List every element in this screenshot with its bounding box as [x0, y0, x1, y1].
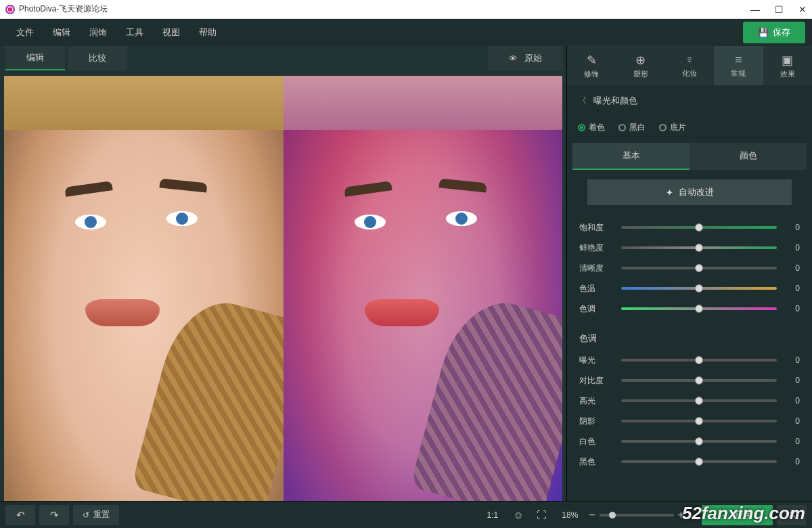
slider-label: 黑色 [579, 456, 614, 468]
tab-sculpt[interactable]: ⊕塑形 [616, 46, 664, 85]
menu-file[interactable]: 文件 [7, 26, 43, 39]
menu-tools[interactable]: 工具 [116, 26, 153, 39]
retouch-icon: ✎ [587, 53, 597, 68]
slider-track[interactable] [621, 287, 777, 290]
menu-edit[interactable]: 编辑 [43, 26, 80, 39]
show-original-button[interactable]: 👁 原始 [488, 46, 562, 70]
breadcrumb-back[interactable]: 〈 曝光和颜色 [567, 85, 812, 116]
save-button[interactable]: 💾 保存 [743, 22, 805, 43]
slider-row: 黑色0 [579, 452, 800, 472]
zoom-1to1-button[interactable]: 1:1 [487, 510, 499, 520]
radio-bw[interactable]: 黑白 [618, 122, 646, 133]
panel-tabs: ✎修饰 ⊕塑形 ♀化妆 ≡常规 ▣效果 [567, 46, 812, 85]
image-canvas[interactable] [4, 76, 562, 501]
slider-thumb[interactable] [695, 284, 703, 292]
slider-thumb[interactable] [695, 417, 703, 425]
fullscreen-icon: ⛶ [537, 509, 547, 521]
mode-edit-button[interactable]: 编辑 [5, 46, 65, 70]
slider-thumb[interactable] [695, 223, 703, 232]
titlebar: PhotoDiva-飞天资源论坛 — ☐ ✕ [0, 0, 812, 19]
mode-compare-button[interactable]: 比较 [68, 46, 127, 70]
save-icon: 💾 [758, 28, 769, 38]
close-button[interactable]: ✕ [798, 4, 807, 15]
slider-track[interactable] [621, 246, 777, 249]
slider-row: 曝光0 [579, 350, 800, 370]
slider-track[interactable] [621, 307, 777, 310]
menubar: 文件 编辑 润饰 工具 视图 帮助 💾 保存 [0, 19, 812, 46]
zoom-out-button[interactable]: − [589, 509, 595, 521]
close-icon: ✕ [788, 508, 796, 521]
auto-improve-button[interactable]: ✦ 自动改进 [587, 179, 792, 205]
radio-negative[interactable]: 底片 [659, 122, 686, 133]
slider-thumb[interactable] [695, 244, 703, 252]
slider-label: 鲜艳度 [579, 242, 614, 254]
slider-track[interactable] [621, 440, 777, 443]
reset-icon: ↺ [83, 510, 89, 520]
undo-button[interactable]: ↶ [5, 505, 35, 525]
slider-track[interactable] [621, 460, 777, 463]
radio-dot-icon [659, 124, 667, 131]
slider-thumb[interactable] [695, 356, 703, 364]
slider-value: 0 [784, 437, 800, 446]
original-label: 原始 [524, 52, 542, 64]
slider-value: 0 [784, 416, 800, 426]
slider-label: 曝光 [579, 355, 614, 366]
slider-value: 0 [784, 263, 800, 273]
radio-dot-icon [578, 124, 585, 131]
slider-value: 0 [784, 243, 800, 252]
slider-value: 0 [784, 223, 800, 232]
slider-label: 对比度 [579, 375, 614, 387]
slider-track[interactable] [621, 226, 777, 229]
zoom-slider-thumb[interactable] [609, 512, 616, 519]
after-image [284, 76, 563, 501]
maximize-button[interactable]: ☐ [775, 4, 784, 15]
tone-header: 色调 [567, 326, 812, 347]
reset-button[interactable]: ↺重置 [73, 505, 119, 525]
subtab-color[interactable]: 颜色 [690, 143, 807, 170]
slider-value: 0 [784, 355, 800, 365]
fullscreen-button[interactable]: ⛶ [532, 505, 551, 525]
zoom-slider[interactable] [600, 514, 674, 516]
menu-help[interactable]: 帮助 [189, 26, 226, 39]
slider-row: 高光0 [579, 391, 800, 411]
makeup-icon: ♀ [685, 53, 694, 67]
slider-track[interactable] [621, 379, 777, 382]
cancel-button[interactable]: ✕ [777, 505, 807, 525]
menu-view[interactable]: 视图 [153, 26, 189, 39]
tab-general[interactable]: ≡常规 [714, 46, 763, 85]
slider-thumb[interactable] [695, 437, 703, 445]
slider-label: 饱和度 [579, 222, 614, 234]
radio-color[interactable]: 着色 [578, 122, 605, 133]
slider-track[interactable] [621, 420, 777, 422]
slider-thumb[interactable] [695, 458, 703, 466]
slider-value: 0 [784, 304, 800, 313]
before-image [4, 76, 284, 501]
redo-button[interactable]: ↷ [39, 505, 69, 525]
apply-button[interactable]: ✓应用 [702, 505, 773, 525]
slider-thumb[interactable] [695, 397, 703, 405]
tab-retouch[interactable]: ✎修饰 [567, 46, 616, 85]
tab-effects[interactable]: ▣效果 [763, 46, 812, 85]
slider-thumb[interactable] [695, 305, 703, 313]
slider-track[interactable] [621, 267, 777, 269]
radio-dot-icon [618, 124, 626, 131]
sliders-icon: ≡ [735, 53, 742, 67]
slider-label: 高光 [579, 395, 614, 407]
tab-makeup[interactable]: ♀化妆 [665, 46, 714, 85]
chevron-left-icon: 〈 [578, 95, 587, 107]
check-icon: ✓ [722, 510, 729, 520]
crumb-label: 曝光和颜色 [593, 95, 637, 107]
save-label: 保存 [773, 26, 790, 39]
wand-icon: ✦ [666, 188, 673, 198]
sculpt-icon: ⊕ [635, 53, 646, 68]
menu-retouch[interactable]: 润饰 [80, 26, 116, 39]
zoom-in-button[interactable]: + [678, 509, 684, 521]
face-detect-button[interactable]: ☺ [509, 505, 528, 525]
minimize-button[interactable]: — [750, 4, 760, 15]
slider-thumb[interactable] [695, 376, 703, 384]
subtab-basic[interactable]: 基本 [572, 143, 690, 170]
right-panel: ✎修饰 ⊕塑形 ♀化妆 ≡常规 ▣效果 〈 曝光和颜色 着色 黑白 底片 基本 … [566, 46, 812, 501]
slider-track[interactable] [621, 399, 777, 402]
slider-thumb[interactable] [695, 264, 703, 272]
slider-track[interactable] [621, 359, 777, 361]
